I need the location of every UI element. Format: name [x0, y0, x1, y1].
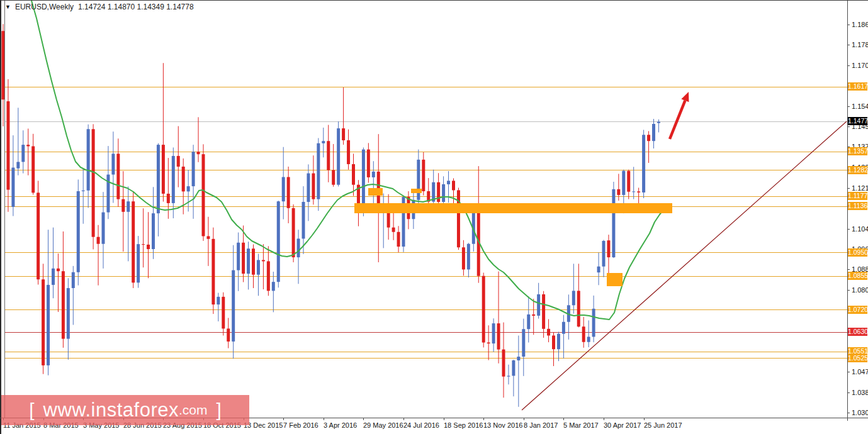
candle-body-bear: [97, 237, 100, 244]
candle-body-bull: [257, 260, 260, 274]
candle-body-bull: [417, 160, 420, 200]
candle-body-bull: [372, 172, 375, 177]
candle: [432, 170, 435, 206]
candle: [347, 130, 350, 170]
candle: [312, 155, 315, 204]
candle: [397, 226, 400, 252]
candle: [422, 152, 425, 196]
ascending-trendline[interactable]: [522, 121, 847, 410]
price-tick-mark: [847, 372, 850, 372]
candle: [232, 245, 235, 359]
chart-window: ▼EURUSD,Weekly1.14724 1.14870 1.14349 1.…: [0, 0, 868, 434]
candle: [557, 332, 560, 362]
candle: [157, 143, 160, 236]
price-tick-mark: [847, 413, 850, 413]
candle-body-bull: [657, 121, 660, 123]
zone-rectangle[interactable]: [607, 273, 623, 286]
zone-rectangle[interactable]: [368, 188, 383, 196]
candle-body-bear: [397, 232, 400, 247]
candle: [657, 120, 660, 133]
price-tick-mark: [847, 229, 850, 230]
candle: [342, 87, 345, 145]
watermark-domain: www.instaforex: [43, 399, 179, 421]
candle: [206, 217, 210, 266]
candle: [262, 244, 265, 289]
watermark-bracket-right: ]: [207, 399, 230, 421]
candle: [6, 79, 9, 212]
candle: [337, 121, 340, 186]
candle-body-bull: [597, 267, 600, 272]
price-axis[interactable]: 1.186901.178701.170501.154101.145901.137…: [847, 1, 868, 418]
candle-body-bull: [11, 167, 14, 206]
candle: [452, 178, 455, 206]
candle-body-bull: [152, 213, 155, 249]
candle: [142, 208, 145, 267]
candle: [477, 166, 480, 283]
candle-body-bear: [502, 350, 505, 377]
candle-body-bear: [582, 326, 585, 342]
symbol-dropdown-icon[interactable]: ▼: [5, 3, 11, 11]
candle-body-bull: [557, 334, 560, 349]
candle: [257, 254, 260, 296]
candle-body-bull: [77, 191, 80, 272]
candle: [537, 283, 540, 319]
candle-body-bear: [347, 140, 350, 164]
chart-plot-area[interactable]: [0, 1, 847, 418]
candle-body-bull: [277, 201, 280, 282]
candle-body-bull: [442, 184, 445, 202]
candle: [307, 164, 310, 221]
time-tick-mark: [644, 418, 645, 420]
candle: [47, 230, 50, 375]
price-level-badge: 1.09500: [848, 248, 867, 257]
candle-body-bear: [26, 145, 30, 146]
candle: [632, 167, 635, 199]
zone-rectangle[interactable]: [411, 189, 422, 193]
candle-body-bull: [562, 322, 565, 334]
time-tick-label: 24 Jul 2016: [403, 421, 439, 429]
price-level-badge: 1.13575: [848, 147, 867, 155]
time-tick-mark: [524, 418, 524, 420]
candle-body-bear: [392, 228, 395, 232]
candle: [11, 135, 14, 216]
candle-body-bear: [637, 191, 640, 192]
time-tick-label: 25 Jun 2017: [644, 421, 682, 429]
candle: [462, 240, 465, 275]
candle-body-bear: [332, 170, 335, 184]
candle: [111, 131, 115, 203]
instaforex-watermark: [www.instaforex.com]: [1, 395, 249, 425]
candle: [567, 294, 570, 339]
zone-rectangle[interactable]: [354, 203, 672, 213]
candle: [277, 201, 280, 287]
candle-body-bull: [237, 243, 240, 270]
candle: [92, 124, 95, 249]
candle-body-bull: [16, 162, 20, 168]
candle: [447, 171, 450, 203]
time-tick-label: 18 Sep 2016: [444, 421, 483, 429]
candle-body-bull: [87, 129, 90, 191]
candle-body-bear: [352, 164, 355, 185]
candle: [127, 187, 130, 262]
candle-body-bull: [527, 314, 530, 329]
time-tick-mark: [563, 418, 564, 420]
candle-body-bull: [302, 202, 305, 238]
candle: [522, 319, 525, 376]
candle-body-bear: [42, 279, 45, 365]
price-tick-mark: [847, 25, 850, 25]
candle: [202, 144, 205, 241]
time-tick-mark: [363, 418, 364, 420]
candle-body-bull: [592, 309, 595, 337]
time-tick-mark: [403, 418, 404, 420]
price-tick-label: 1.10470: [852, 225, 868, 233]
candlestick-chart-svg[interactable]: [0, 1, 847, 418]
candle-body-bear: [37, 192, 40, 279]
price-level-badge: 1.11774: [848, 192, 867, 200]
candle-body-bull: [217, 297, 220, 304]
price-tick-mark: [847, 126, 850, 127]
candle-body-bull: [652, 124, 655, 141]
plot-left-border: [4, 1, 5, 418]
candle-body-bull: [232, 270, 235, 342]
candle: [282, 147, 285, 220]
projection-arrow-head[interactable]: [681, 92, 689, 102]
projection-arrow-shaft[interactable]: [670, 101, 685, 139]
candle: [587, 320, 590, 347]
